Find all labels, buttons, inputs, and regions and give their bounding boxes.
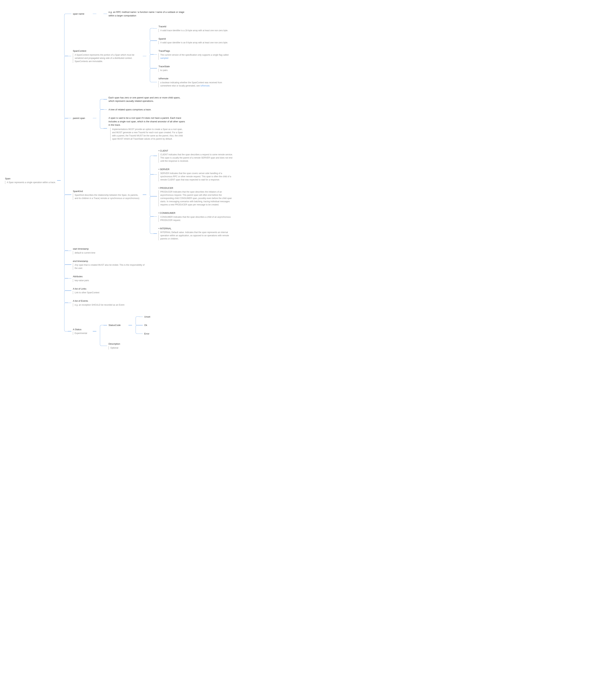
node-parent-span[interactable]: parent span Each span has zero or one pa…	[71, 93, 187, 143]
mindmap-root: Span A Span represents a single operatio…	[4, 7, 603, 354]
node-spankind-client[interactable]: CLIENTCLIENT Indicates that the span des…	[157, 148, 235, 163]
parent-span-note-2: A tree of related spans comprises a trac…	[108, 108, 151, 111]
node-status-code[interactable]: StatusCode Unset Ok Error	[107, 312, 164, 338]
node-status-unset[interactable]: Unset	[143, 314, 164, 319]
node-status[interactable]: A Status Experimental StatusCode Unset O…	[71, 311, 164, 352]
node-isremote[interactable]: IsRemotea boolean indicating whether the…	[157, 76, 235, 88]
span-name-example: e.g. an RPC method name / a function nam…	[108, 10, 186, 17]
node-spankind-producer[interactable]: PRODUCERPRODUCER Indicates that the span…	[157, 185, 235, 207]
isremote-link[interactable]: IsRemote	[201, 85, 209, 87]
node-spankind-server[interactable]: SERVERSERVER Indicates that the span cov…	[157, 167, 235, 182]
span-title: Span	[5, 177, 56, 180]
node-spanid[interactable]: SpanIdA valid span identifier is an 8-by…	[157, 36, 229, 45]
node-traceid[interactable]: TraceIdA valid trace identifier is a 16-…	[157, 24, 229, 33]
node-attributes[interactable]: Attributeskey-value pairs	[71, 274, 93, 283]
node-spankind-consumer[interactable]: CONMSUMERCONSUMER Indicates that the spa…	[157, 211, 235, 222]
node-spankind-internal[interactable]: INTERNALINTERNAL Default value. Indicate…	[157, 226, 235, 241]
node-start-timestamp[interactable]: start timestampdefault to current time	[71, 246, 97, 255]
node-links[interactable]: A list of LinksLink to other SpanContext	[71, 286, 101, 295]
node-status-description[interactable]: DescriptionOptional	[107, 342, 128, 350]
node-status-error[interactable]: Error	[143, 331, 164, 336]
node-traceflags[interactable]: TraceFlagsThe current version of the spe…	[157, 48, 235, 61]
parent-span-note-3-sub: Implementations MUST provide an option t…	[110, 128, 185, 140]
node-events[interactable]: A list of Eventse.g. an exception SHOULD…	[71, 299, 126, 307]
node-span[interactable]: Span A Span represents a single operatio…	[4, 7, 235, 354]
node-tracestate[interactable]: TraceStatekv pairs	[157, 64, 179, 73]
node-span-context[interactable]: SpanContext A SpanContext represents the…	[71, 22, 235, 90]
node-span-name[interactable]: span name e.g. an RPC method name / a fu…	[71, 9, 187, 19]
span-desc: A Span represents a single operation wit…	[5, 181, 56, 184]
parent-span-note-3: A span is said to be a root span if it d…	[108, 116, 186, 127]
parent-span-note-1: Each span has zero or one parent span an…	[108, 96, 186, 103]
sampled-link[interactable]: sampled	[160, 57, 168, 59]
node-status-ok[interactable]: Ok	[143, 323, 164, 328]
node-end-timestamp[interactable]: end timestampAny span that is created MU…	[71, 259, 149, 271]
node-span-kind[interactable]: SpanKind SpanKind describes the relation…	[71, 147, 235, 243]
